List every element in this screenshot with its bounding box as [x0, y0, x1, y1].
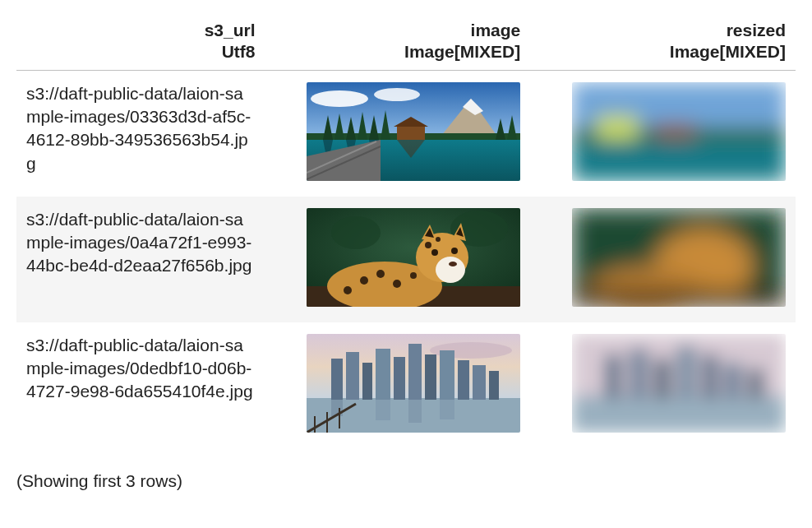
svg-rect-14	[397, 127, 425, 140]
svg-point-44	[376, 270, 385, 278]
svg-rect-84	[749, 368, 764, 400]
svg-rect-65	[458, 360, 469, 400]
svg-rect-82	[702, 354, 718, 400]
svg-rect-69	[376, 400, 390, 420]
column-name: s3_url	[205, 21, 256, 39]
cell-resized	[530, 322, 796, 448]
svg-point-30	[331, 216, 381, 249]
svg-point-40	[431, 249, 438, 256]
svg-point-42	[449, 262, 457, 266]
column-header-s3url: s3_url Utf8	[16, 15, 265, 70]
svg-rect-83	[724, 363, 742, 400]
column-header-resized: resized Image[MIXED]	[530, 15, 796, 70]
svg-rect-27	[572, 140, 786, 181]
svg-point-2	[374, 88, 420, 101]
cell-image	[265, 70, 531, 197]
svg-rect-80	[654, 359, 671, 400]
svg-rect-78	[605, 354, 621, 400]
header-row: s3_url Utf8 image Image[MIXED] resized I…	[16, 15, 796, 70]
column-type: Utf8	[222, 42, 256, 61]
svg-rect-61	[394, 357, 405, 400]
image-thumbnail-resized	[572, 334, 786, 433]
svg-rect-58	[346, 352, 359, 400]
svg-point-45	[393, 280, 401, 288]
svg-rect-28	[597, 115, 638, 140]
svg-point-46	[410, 272, 417, 279]
cell-image	[265, 322, 531, 448]
svg-point-41	[451, 248, 458, 254]
image-thumbnail	[307, 208, 520, 307]
image-thumbnail	[307, 82, 520, 181]
svg-rect-67	[489, 371, 499, 400]
data-table: s3_url Utf8 image Image[MIXED] resized I…	[16, 15, 796, 448]
footer-note: (Showing first 3 rows)	[16, 471, 796, 491]
svg-rect-62	[408, 344, 422, 400]
image-thumbnail	[307, 334, 520, 433]
column-name: resized	[727, 21, 786, 39]
svg-rect-77	[572, 396, 786, 433]
column-type: Image[MIXED]	[670, 42, 786, 61]
column-type: Image[MIXED]	[404, 42, 520, 61]
cell-s3url: s3://daft-public-data/laion-sample-image…	[16, 197, 265, 322]
svg-point-48	[436, 237, 441, 242]
table-row: s3://daft-public-data/laion-sample-image…	[16, 70, 796, 197]
svg-rect-79	[630, 349, 648, 400]
svg-rect-71	[440, 400, 454, 419]
image-thumbnail-resized	[572, 82, 786, 181]
svg-point-39	[436, 257, 465, 283]
svg-rect-59	[362, 363, 372, 400]
column-header-image: image Image[MIXED]	[265, 15, 531, 70]
svg-point-49	[344, 286, 352, 294]
svg-rect-53	[572, 290, 786, 307]
svg-rect-70	[408, 400, 422, 423]
svg-rect-81	[677, 346, 695, 400]
image-thumbnail-resized	[572, 208, 786, 307]
cell-s3url: s3://daft-public-data/laion-sample-image…	[16, 70, 265, 197]
cell-s3url: s3://daft-public-data/laion-sample-image…	[16, 322, 265, 448]
svg-point-47	[425, 242, 431, 248]
svg-rect-57	[331, 359, 343, 400]
cell-resized	[530, 197, 796, 322]
svg-rect-60	[376, 349, 390, 400]
svg-rect-63	[425, 354, 436, 400]
svg-point-43	[360, 276, 368, 285]
svg-rect-64	[440, 350, 454, 400]
cell-image	[265, 197, 531, 322]
table-row: s3://daft-public-data/laion-sample-image…	[16, 322, 796, 448]
svg-point-1	[311, 90, 368, 107]
table-row: s3://daft-public-data/laion-sample-image…	[16, 197, 796, 322]
svg-rect-66	[473, 365, 486, 400]
cell-resized	[530, 70, 796, 197]
column-name: image	[471, 21, 521, 39]
